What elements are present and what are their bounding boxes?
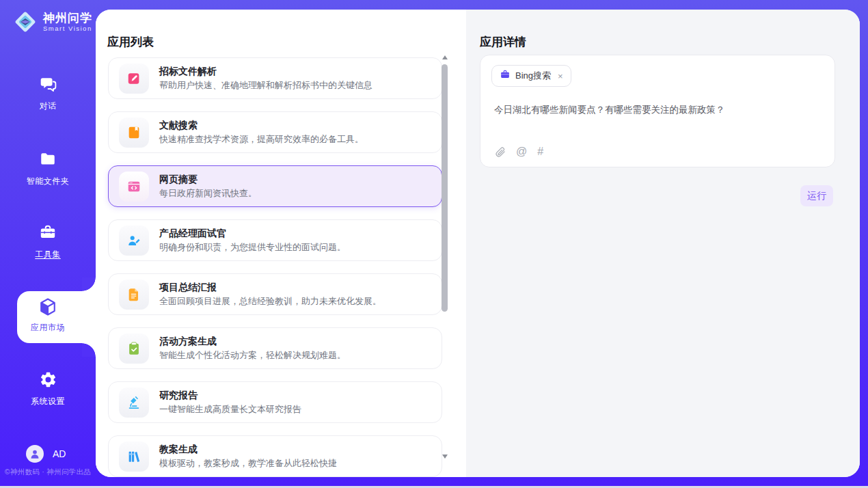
- app-card[interactable]: 项目总结汇报 全面回顾项目进展，总结经验教训，助力未来优化发展。: [108, 273, 442, 315]
- app-title: 文献搜索: [159, 120, 364, 132]
- prompt-card: Bing搜索 × 今日湖北有哪些新闻要点？有哪些需要关注的最新政策？ @#: [480, 55, 835, 167]
- report-doc-icon: [126, 287, 141, 302]
- app-title: 教案生成: [159, 444, 337, 456]
- at-icon[interactable]: @: [516, 146, 527, 158]
- content-area: 应用列表 招标文件解析 帮助用户快速、准确地理解和解析招标书中的关键信息 文献搜…: [96, 10, 860, 477]
- browser-code-icon: [126, 179, 141, 194]
- scroll-down-arrow[interactable]: [442, 454, 448, 459]
- microscope-icon: [126, 395, 141, 410]
- brand-name: 神州问学: [43, 12, 92, 25]
- app-card[interactable]: 活动方案生成 智能生成个性化活动方案，轻松解决规划难题。: [108, 327, 442, 369]
- tool-chip-bing-search[interactable]: Bing搜索 ×: [491, 65, 571, 87]
- scrollbar-thumb[interactable]: [442, 64, 448, 312]
- chat-icon: [39, 75, 57, 94]
- app-description: 帮助用户快速、准确地理解和解析招标书中的关键信息: [159, 80, 372, 91]
- app-detail-title: 应用详情: [480, 34, 526, 50]
- sidebar-item-settings[interactable]: 系统设置: [0, 370, 96, 407]
- app-card[interactable]: 产品经理面试官 明确身份和职责，为您提供专业性的面试问题。: [108, 219, 442, 261]
- sidebar-item-label: 对话: [0, 100, 96, 112]
- book-icon: [126, 125, 141, 140]
- sidebar-item-label: 应用市场: [0, 322, 96, 334]
- hash-icon[interactable]: #: [537, 146, 543, 158]
- sidebar-item-smart-folder[interactable]: 智能文件夹: [0, 150, 96, 187]
- cube-icon: [38, 297, 58, 316]
- app-card[interactable]: 教案生成 模板驱动，教案秒成，教学准备从此轻松快捷: [108, 435, 442, 477]
- clipboard-check-icon: [126, 341, 141, 356]
- app-description: 模板驱动，教案秒成，教学准备从此轻松快捷: [159, 458, 337, 469]
- sidebar-item-app-market[interactable]: 应用市场: [0, 297, 96, 334]
- app-title: 招标文件解析: [159, 66, 372, 78]
- folder-icon: [39, 150, 57, 170]
- close-icon[interactable]: ×: [558, 71, 563, 81]
- sidebar-item-label: 工具集: [0, 249, 96, 260]
- app-title: 活动方案生成: [159, 336, 346, 348]
- copyright-text: ©神州数码 · 神州问学出品: [0, 467, 96, 477]
- app-card[interactable]: 招标文件解析 帮助用户快速、准确地理解和解析招标书中的关键信息: [108, 57, 442, 99]
- brand-subtitle: Smart Vision: [43, 25, 92, 32]
- app-description: 明确身份和职责，为您提供专业性的面试问题。: [159, 242, 346, 253]
- sidebar-item-label: 智能文件夹: [0, 176, 96, 187]
- app-description: 每日政府新闻资讯快查。: [159, 188, 257, 199]
- app-card[interactable]: 文献搜索 快速精准查找学术资源，提高研究效率的必备工具。: [108, 111, 442, 153]
- tool-chip-label: Bing搜索: [515, 70, 551, 82]
- app-list: 招标文件解析 帮助用户快速、准确地理解和解析招标书中的关键信息 文献搜索 快速精…: [108, 57, 442, 477]
- sidebar-item-label: 系统设置: [0, 396, 96, 407]
- app-window: 神州问学 Smart Vision 对话 智能文件夹 工具集 应用市场 系统设置: [0, 0, 868, 488]
- app-description: 快速精准查找学术资源，提高研究效率的必备工具。: [159, 134, 364, 145]
- app-detail-panel: 应用详情 Bing搜索 × 今日湖北有哪些新闻要点？有哪些需要关注的最新政策？ …: [466, 10, 860, 477]
- briefcase-icon: [500, 69, 511, 83]
- app-description: 一键智能生成高质量长文本研究报告: [159, 404, 301, 415]
- diamond-logo-icon: [12, 9, 38, 35]
- gear-icon: [39, 370, 57, 390]
- run-button[interactable]: 运行: [800, 185, 833, 206]
- user-avatar-icon[interactable]: [26, 445, 44, 463]
- app-list-panel: 应用列表 招标文件解析 帮助用户快速、准确地理解和解析招标书中的关键信息 文献搜…: [96, 10, 466, 477]
- toolbox-icon: [39, 223, 57, 243]
- composer-toolbar: @#: [494, 146, 543, 158]
- sidebar: 神州问学 Smart Vision 对话 智能文件夹 工具集 应用市场 系统设置: [0, 0, 96, 488]
- sidebar-item-chat[interactable]: 对话: [0, 75, 96, 112]
- query-text[interactable]: 今日湖北有哪些新闻要点？有哪些需要关注的最新政策？: [494, 103, 821, 117]
- app-description: 全面回顾项目进展，总结经验教训，助力未来优化发展。: [159, 296, 381, 307]
- interviewer-icon: [126, 233, 141, 248]
- pen-square-icon: [126, 71, 141, 86]
- app-title: 网页摘要: [159, 174, 257, 186]
- sidebar-item-toolset[interactable]: 工具集: [0, 223, 96, 260]
- app-title: 研究报告: [159, 390, 301, 402]
- user-row[interactable]: AD: [26, 445, 66, 463]
- app-list-title: 应用列表: [107, 34, 154, 50]
- app-title: 项目总结汇报: [159, 282, 381, 294]
- user-name: AD: [53, 448, 66, 459]
- brand-logo: 神州问学 Smart Vision: [12, 9, 92, 35]
- books-icon: [126, 449, 141, 464]
- app-description: 智能生成个性化活动方案，轻松解决规划难题。: [159, 350, 346, 361]
- scroll-up-arrow[interactable]: [442, 55, 448, 60]
- app-card[interactable]: 网页摘要 每日政府新闻资讯快查。: [108, 165, 442, 207]
- paperclip-icon[interactable]: [494, 146, 506, 158]
- app-card[interactable]: 研究报告 一键智能生成高质量长文本研究报告: [108, 381, 442, 423]
- app-title: 产品经理面试官: [159, 228, 346, 240]
